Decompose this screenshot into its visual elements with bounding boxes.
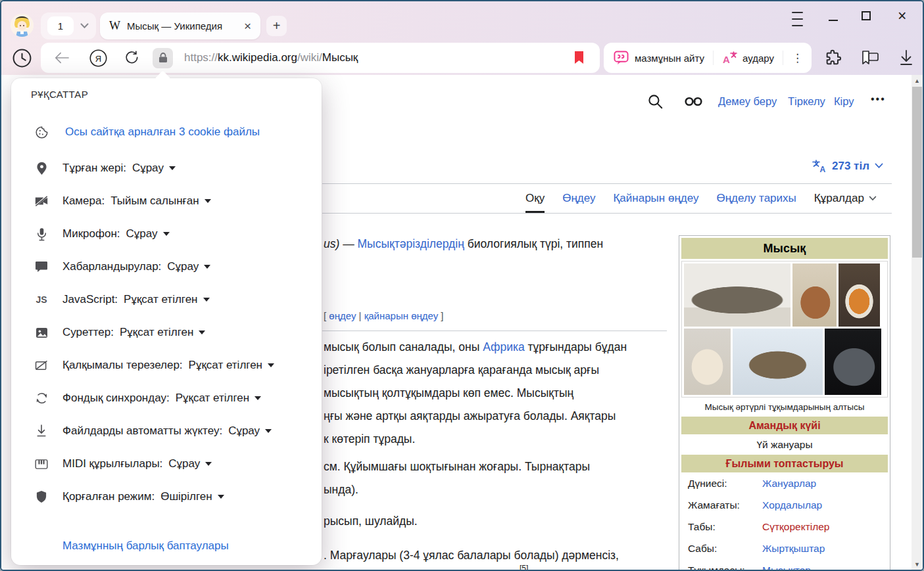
africa-link[interactable]: Африка <box>483 340 525 354</box>
cat-photo-siamese[interactable] <box>684 329 731 395</box>
cookies-link-row[interactable]: Осы сайтқа арналған 3 cookie файлы <box>34 124 260 140</box>
notifications-icon <box>34 261 49 273</box>
tab-group-pill[interactable]: 1 <box>41 12 96 39</box>
extensions-button[interactable] <box>824 49 842 68</box>
cat-photo-abyssinian[interactable] <box>792 263 837 327</box>
register-link[interactable]: Тіркелу <box>788 95 825 108</box>
article-line: мысықтың қолтұқымдары көп емес. Мысықтың <box>324 386 573 400</box>
tab-edit[interactable]: Өңдеу <box>562 192 595 205</box>
cookie-icon <box>34 126 49 139</box>
tab-read[interactable]: Оқу <box>525 192 545 213</box>
dropdown-caret-icon[interactable] <box>199 331 205 334</box>
dropdown-caret-icon[interactable] <box>163 232 170 236</box>
language-selector[interactable]: A 273 тіл <box>812 159 883 173</box>
dropdown-caret-icon[interactable] <box>268 363 274 367</box>
donate-link[interactable]: Демеу беру <box>718 95 777 108</box>
cookies-link[interactable]: Осы сайтқа арналған 3 cookie файлы <box>65 126 260 139</box>
dropdown-caret-icon[interactable] <box>265 429 272 433</box>
permission-midi[interactable]: MIDI құрылғылары:Сұрау <box>34 456 212 472</box>
kingdom-link[interactable]: Жануарлар <box>762 478 816 490</box>
divider <box>713 51 714 65</box>
lock-icon <box>158 53 168 63</box>
order-link[interactable]: Жыртқыштар <box>762 543 825 555</box>
permission-microphone[interactable]: Микрофон:Сұрау <box>34 226 170 242</box>
tab-history[interactable]: Өңделу тарихы <box>716 192 796 205</box>
edit-link[interactable]: өңдеу <box>329 310 356 321</box>
cat-photo-tabby-snow[interactable] <box>733 329 823 395</box>
translate-icon: A <box>722 51 738 65</box>
site-info-button[interactable] <box>153 48 173 68</box>
tab-edit-source[interactable]: Қайнарын өңдеу <box>613 192 698 205</box>
history-button[interactable] <box>12 48 32 68</box>
permission-background-sync[interactable]: Фондық синхрондау:Рұқсат етілген <box>34 390 261 406</box>
login-link[interactable]: Кіру <box>834 95 854 108</box>
family-link[interactable]: Мысықтар <box>762 564 811 571</box>
all-content-settings-row[interactable]: Мазмұнның барлық баптаулары <box>34 538 229 554</box>
edit-source-link[interactable]: қайнарын өңдеу <box>364 310 439 321</box>
reload-button[interactable] <box>124 51 139 65</box>
new-tab-button[interactable]: + <box>266 16 287 36</box>
tab-tools[interactable]: Құралдар <box>814 192 877 205</box>
wikipedia-favicon: W <box>109 19 120 33</box>
permission-location[interactable]: Тұрған жері:Сұрау <box>34 160 176 176</box>
permission-camera[interactable]: Камера:Тыйым салынған <box>34 193 211 209</box>
permission-images[interactable]: Суреттер:Рұқсат етілген <box>34 325 205 340</box>
browser-window: 1 W Мысық — Уикипедия × + × Я <box>0 0 924 571</box>
tab-wikipedia[interactable]: W Мысық — Уикипедия × <box>100 12 260 39</box>
downloads-button[interactable] <box>898 49 914 66</box>
permission-popups[interactable]: Қалқымалы терезелер:Рұқсат етілген <box>34 357 274 373</box>
user-menu-ellipsis-icon[interactable]: ••• <box>871 93 886 105</box>
scroll-up-icon[interactable]: ▲ <box>912 75 923 86</box>
tabs-rule <box>322 213 892 214</box>
dropdown-caret-icon[interactable] <box>203 298 210 302</box>
dropdown-caret-icon[interactable] <box>218 495 224 499</box>
collections-button[interactable] <box>860 49 880 67</box>
svg-text:A: A <box>820 165 826 173</box>
chevron-down-icon[interactable] <box>80 23 89 29</box>
page-scrollbar[interactable]: ▲ ▼ <box>912 75 923 570</box>
reference-link[interactable]: [5] <box>520 564 528 571</box>
article-line: іретілген басқа жануарларға қарағанда мы… <box>324 363 599 377</box>
appearance-button[interactable] <box>684 97 704 106</box>
menu-button[interactable] <box>792 12 803 26</box>
scroll-down-icon[interactable]: ▼ <box>912 559 923 570</box>
midi-icon <box>34 459 49 469</box>
search-button[interactable] <box>647 93 664 110</box>
translate-button[interactable]: A аудару <box>722 51 774 65</box>
address-bar[interactable]: Я https://kk.wikipedia.org/wiki/Мысық <box>41 43 600 73</box>
tab-group-badge[interactable]: 1 <box>47 16 74 35</box>
yandex-button[interactable]: Я <box>89 49 107 67</box>
permission-notifications[interactable]: Хабарландырулар:Сұрау <box>34 259 210 275</box>
all-content-settings-link[interactable]: Мазмұнның барлық баптаулары <box>62 539 229 553</box>
dropdown-caret-icon[interactable] <box>255 396 261 400</box>
read-aloud-label: мазмұнын айту <box>635 53 704 64</box>
cat-photo-tabby-lying[interactable] <box>684 263 790 327</box>
scrollbar-thumb[interactable] <box>912 87 922 258</box>
dropdown-caret-icon[interactable] <box>205 199 211 203</box>
class-link[interactable]: Сүтқоректілер <box>762 521 829 533</box>
dropdown-caret-icon[interactable] <box>205 462 212 466</box>
classification-header: Ғылыми топтастыруы <box>681 455 888 472</box>
permission-javascript[interactable]: JS JavaScript:Рұқсат етілген <box>34 292 210 308</box>
read-aloud-button[interactable]: мазмұнын айту <box>614 51 704 65</box>
minimize-button[interactable] <box>829 20 838 21</box>
tab-close-icon[interactable]: × <box>244 20 251 32</box>
taxonomy-row: Табы:Сүтқоректілер <box>681 516 888 537</box>
dropdown-caret-icon[interactable] <box>204 265 210 269</box>
bookmark-icon[interactable] <box>574 51 584 64</box>
dropdown-caret-icon[interactable] <box>169 166 176 170</box>
permission-auto-downloads[interactable]: Файлдарды автоматты жүктеу:Сұрау <box>34 423 272 439</box>
cat-photo-gray[interactable] <box>825 329 881 395</box>
more-actions-icon[interactable]: ⋮ <box>792 51 804 65</box>
url-text[interactable]: https://kk.wikipedia.org/wiki/Мысық <box>184 51 358 64</box>
back-icon[interactable] <box>55 52 69 64</box>
maximize-button[interactable] <box>862 11 871 20</box>
phylum-link[interactable]: Хордалылар <box>762 499 822 511</box>
cat-photo-orange-white[interactable] <box>839 263 880 327</box>
felidae-link[interactable]: Мысықтәрізділердің <box>358 237 464 250</box>
url-scheme: https:// <box>184 51 218 64</box>
permission-protected-content[interactable]: Қорғалған режим:Өшірілген <box>34 489 224 505</box>
section-rule <box>322 331 667 331</box>
profile-avatar[interactable] <box>11 14 34 37</box>
close-window-button[interactable]: × <box>898 9 906 24</box>
